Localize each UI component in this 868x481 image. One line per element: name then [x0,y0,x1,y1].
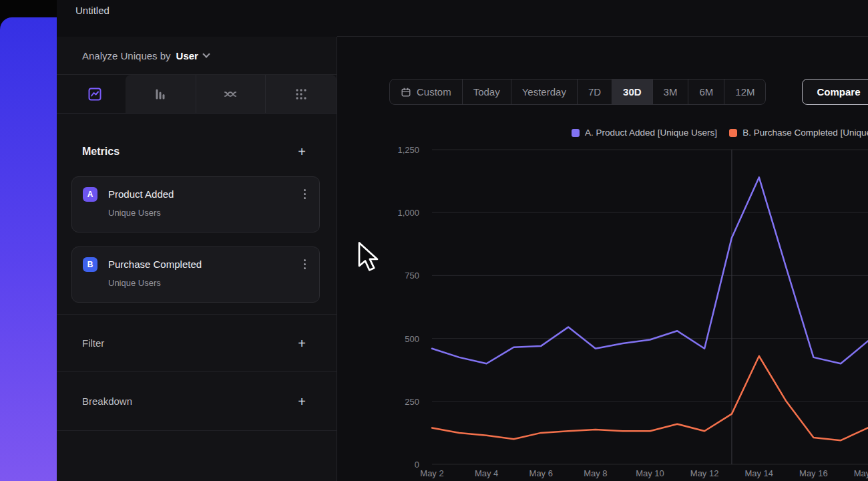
x-axis-label: May 14 [744,468,773,478]
chevron-down-icon[interactable] [202,50,210,57]
range-today[interactable]: Today [462,79,511,104]
range-6m[interactable]: 6M [688,79,724,104]
metric-card-purchase-completed[interactable]: B Purchase Completed Unique Users [71,247,320,303]
breakdown-title: Breakdown [82,395,132,407]
compare-button[interactable]: Compare [802,79,868,105]
legend-swatch-a [572,129,580,137]
y-axis-label: 0 [415,460,419,470]
add-breakdown-button[interactable]: + [298,395,306,408]
tab-flows[interactable] [265,75,337,113]
legend-label-b: B. Purchase Completed [Unique Users] [742,128,868,138]
legend-label-a: A. Product Added [Unique Users] [585,128,717,138]
report-type-tabs [57,75,337,114]
kebab-menu-icon[interactable] [301,186,308,202]
chart-legend: A. Product Added [Unique Users] B. Purch… [572,128,868,138]
metric-card-product-added[interactable]: A Product Added Unique Users [71,176,320,232]
tab-retention[interactable] [196,75,266,113]
y-axis-label: 250 [405,396,419,406]
y-axis-label: 1,250 [397,145,419,155]
range-12m[interactable]: 12M [724,79,765,104]
metric-badge-a: A [83,187,97,202]
kebab-menu-icon[interactable] [301,257,308,272]
analyze-by-value[interactable]: User [176,50,198,61]
metric-badge-b: B [83,257,97,272]
analyze-by-header: Analyze Uniques by User [57,37,337,75]
add-metric-button[interactable]: + [298,145,306,158]
x-axis-label: May 10 [636,468,664,478]
tab-funnels[interactable] [126,75,196,113]
add-filter-button[interactable]: + [298,337,306,350]
legend-swatch-b [729,129,737,137]
filter-title: Filter [82,337,104,349]
metric-subtitle[interactable]: Unique Users [108,208,308,218]
range-yesterday[interactable]: Yesterday [511,79,577,104]
breakdown-section: Breakdown + [57,371,337,431]
x-axis-label: May 4 [475,468,498,478]
y-axis-label: 500 [405,333,419,343]
x-axis-label: May 8 [584,468,607,478]
range-custom[interactable]: Custom [390,79,462,104]
x-axis-label: May 16 [799,468,828,478]
filter-section: Filter + [57,314,337,371]
range-7d[interactable]: 7D [577,79,612,104]
line-chart-plot-area[interactable] [432,150,868,464]
metric-subtitle[interactable]: Unique Users [108,278,308,288]
date-range-selector: Custom Today Yesterday 7D 30D 3M 6M 12M [389,79,766,105]
desktop-background: Untitled Analyze Uniques by User [0,0,868,481]
metrics-section-header: Metrics + [57,137,337,166]
y-axis-labels: 02505007501,0001,250 [374,150,419,464]
analyze-by-label: Analyze Uniques by [82,50,171,61]
x-axis-labels: May 2May 4May 6May 8May 10May 12May 14Ma… [432,468,868,480]
range-3m[interactable]: 3M [652,79,688,104]
line-chart-icon [87,86,103,102]
analytics-app-window: Untitled Analyze Uniques by User [57,0,868,481]
metric-title: Product Added [108,188,174,200]
report-title[interactable]: Untitled [75,5,110,16]
legend-item-b[interactable]: B. Purchase Completed [Unique Users] [729,128,868,138]
query-sidebar: Analyze Uniques by User [57,37,337,481]
retention-waves-icon [222,86,238,102]
range-30d[interactable]: 30D [612,79,652,104]
x-axis-label: May 2 [420,468,443,478]
calendar-icon [401,87,411,98]
y-axis-label: 750 [405,271,419,281]
topbar-divider [337,36,868,37]
legend-item-a[interactable]: A. Product Added [Unique Users] [572,128,717,138]
x-axis-label: May 18 [854,468,868,478]
x-axis-label: May 6 [529,468,553,478]
desktop-gradient-strip [0,17,57,481]
tab-insights[interactable] [65,75,126,113]
metrics-title: Metrics [82,146,120,158]
x-axis-label: May 12 [690,468,719,478]
y-axis-label: 1,000 [397,208,419,218]
dot-grid-icon [293,86,309,102]
funnel-bars-icon [152,86,168,102]
metric-title: Purchase Completed [108,259,202,270]
